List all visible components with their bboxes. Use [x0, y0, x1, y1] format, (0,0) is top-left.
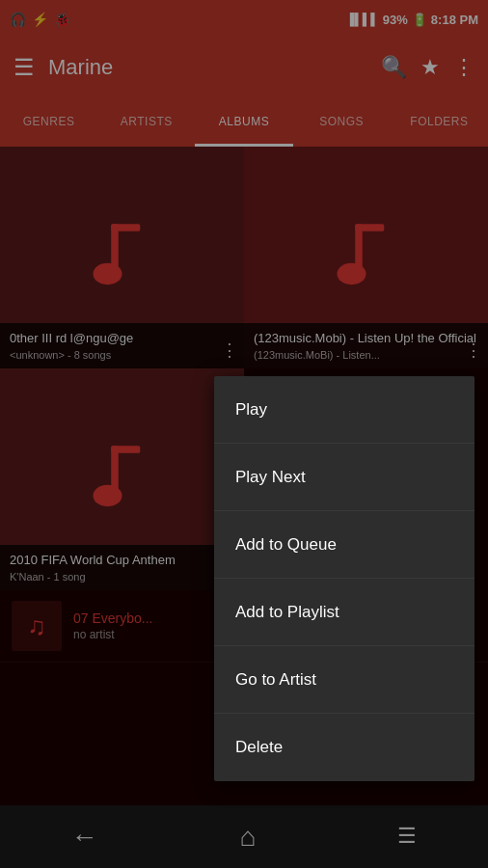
context-menu-play-next[interactable]: Play Next	[214, 444, 474, 511]
context-menu-delete[interactable]: Delete	[214, 714, 474, 781]
context-menu-go-to-artist[interactable]: Go to Artist	[214, 646, 474, 714]
context-menu-play[interactable]: Play	[214, 376, 474, 444]
context-menu-add-to-queue[interactable]: Add to Queue	[214, 511, 474, 579]
context-menu-add-to-playlist[interactable]: Add to Playlist	[214, 579, 474, 646]
context-menu: Play Play Next Add to Queue Add to Playl…	[214, 376, 474, 781]
